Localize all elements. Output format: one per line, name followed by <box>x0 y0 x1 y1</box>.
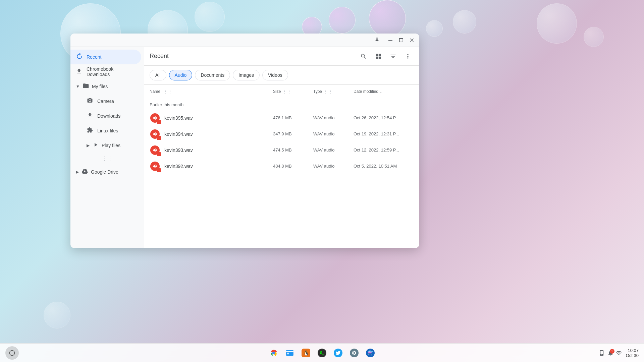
drag-handle[interactable]: ⋮⋮ <box>70 154 144 163</box>
play-files-icon <box>92 142 99 149</box>
grid-view-button[interactable] <box>372 50 384 62</box>
svg-rect-2 <box>287 352 289 354</box>
type-drag-icon: ⋮⋮ <box>323 89 333 94</box>
bubble-decor <box>426 20 443 37</box>
bubble-decor <box>195 2 225 32</box>
sidebar-google-drive-label: Google Drive <box>91 169 118 175</box>
taskbar-keep[interactable]: ⚗️ <box>364 346 377 360</box>
taskbar-date: Oct 30 <box>626 353 639 358</box>
wifi-icon <box>616 350 622 356</box>
filter-all[interactable]: All <box>150 70 166 80</box>
wav-icon <box>150 145 160 155</box>
more-options-button[interactable] <box>402 50 414 62</box>
sort-desc-icon: ↓ <box>380 89 382 94</box>
taskbar-left <box>5 346 19 360</box>
table-row[interactable]: kevin392.wav 484.8 MB WAV audio Oct 5, 2… <box>144 158 419 174</box>
file-type-3: WAV audio <box>313 164 354 169</box>
col-type: Type ⋮⋮ <box>313 89 354 94</box>
taskbar-files[interactable] <box>283 346 297 360</box>
bubble-decor <box>329 7 356 34</box>
downloads-icon <box>87 112 93 120</box>
audio-file-icon <box>150 161 160 172</box>
file-date-3: Oct 5, 2022, 10:51 AM <box>354 164 414 169</box>
taskbar: 🐧 $_ ⚗️ <box>0 343 644 362</box>
audio-file-icon <box>150 145 160 156</box>
main-content: Recent All Audio Documents Ima <box>144 47 419 248</box>
file-list-container: Name ⋮⋮ Size ⋮⋮ Type ⋮⋮ Date modified ↓ <box>144 85 419 248</box>
bubble-decor <box>44 302 70 328</box>
notification-icon[interactable]: 1 <box>606 349 614 357</box>
recent-icon <box>76 53 83 61</box>
filter-audio[interactable]: Audio <box>169 70 193 80</box>
google-drive-icon <box>82 168 88 176</box>
sidebar-item-downloads[interactable]: Downloads <box>70 109 141 123</box>
table-row[interactable]: kevin395.wav 476.1 MB WAV audio Oct 26, … <box>144 110 419 126</box>
filter-bar: All Audio Documents Images Videos <box>144 66 419 85</box>
file-name-1: kevin394.wav <box>164 131 273 137</box>
minimize-button[interactable] <box>386 36 395 45</box>
taskbar-chrome[interactable] <box>267 346 280 360</box>
filter-images[interactable]: Images <box>233 70 260 80</box>
window-controls <box>372 36 417 45</box>
system-icons: 1 <box>598 349 622 357</box>
file-name-3: kevin392.wav <box>164 164 273 169</box>
linux-files-icon <box>87 127 93 135</box>
bubble-decor <box>453 10 476 34</box>
sidebar-chromebook-label: Chromebook Downloads <box>87 66 136 77</box>
sidebar: Recent Chromebook Downloads ▼ My files <box>70 47 144 248</box>
file-name-2: kevin393.wav <box>164 147 273 153</box>
sidebar-item-linux-files[interactable]: Linux files <box>70 123 141 138</box>
sidebar-play-label: Play files <box>102 143 120 148</box>
col-size: Size ⋮⋮ <box>273 89 313 94</box>
sidebar-item-recent[interactable]: Recent <box>70 50 141 64</box>
taskbar-linux[interactable]: 🐧 <box>299 346 313 360</box>
my-files-expand-icon: ▼ <box>76 84 80 89</box>
filter-videos[interactable]: Videos <box>262 70 288 80</box>
taskbar-twitter[interactable] <box>331 346 345 360</box>
search-button[interactable] <box>358 50 370 62</box>
table-row[interactable]: kevin393.wav 474.5 MB WAV audio Oct 12, … <box>144 142 419 158</box>
taskbar-terminal[interactable]: $_ <box>315 346 329 360</box>
date-time: 10:07 Oct 30 <box>626 348 639 358</box>
file-size-1: 347.9 MB <box>273 131 313 136</box>
bubble-decor <box>369 0 406 37</box>
screenshot-icon[interactable] <box>598 350 605 356</box>
notification-badge: 1 <box>610 349 614 354</box>
pin-button[interactable] <box>372 36 382 45</box>
file-date-2: Oct 12, 2022, 12:59 P... <box>354 147 414 153</box>
sidebar-linux-label: Linux files <box>97 128 118 133</box>
sidebar-item-my-files[interactable]: ▼ My files <box>70 79 144 94</box>
google-drive-expand-icon: ▶ <box>76 170 79 174</box>
sidebar-item-play-files[interactable]: ▶ Play files <box>70 138 144 153</box>
sort-button[interactable] <box>387 50 399 62</box>
content-title: Recent <box>150 53 355 60</box>
file-manager-window: Recent Chromebook Downloads ▼ My files <box>70 34 419 248</box>
sidebar-item-chromebook-downloads[interactable]: Chromebook Downloads <box>70 64 141 79</box>
maximize-button[interactable] <box>396 36 406 45</box>
file-type-2: WAV audio <box>313 147 354 153</box>
sidebar-downloads-label: Downloads <box>97 113 120 119</box>
taskbar-settings[interactable] <box>347 346 361 360</box>
file-date-1: Oct 19, 2022, 12:31 P... <box>354 131 414 136</box>
audio-file-icon <box>150 129 160 139</box>
sidebar-my-files-label: My files <box>92 84 108 89</box>
file-date-0: Oct 26, 2022, 12:54 P... <box>354 115 414 120</box>
close-button[interactable] <box>407 36 417 45</box>
my-files-icon <box>83 82 89 91</box>
file-type-0: WAV audio <box>313 115 354 120</box>
filter-documents[interactable]: Documents <box>195 70 230 80</box>
sidebar-item-camera[interactable]: Camera <box>70 94 141 109</box>
table-row[interactable]: kevin394.wav 347.9 MB WAV audio Oct 19, … <box>144 126 419 142</box>
play-files-expand-icon: ▶ <box>87 143 90 148</box>
content-header: Recent <box>144 47 419 66</box>
window-body: Recent Chromebook Downloads ▼ My files <box>70 47 419 248</box>
launcher-button[interactable] <box>5 346 19 360</box>
bubble-decor <box>537 3 577 44</box>
camera-icon <box>87 98 93 105</box>
file-type-1: WAV audio <box>313 131 354 136</box>
taskbar-center: 🐧 $_ ⚗️ <box>267 346 377 360</box>
sidebar-item-google-drive[interactable]: ▶ Google Drive <box>70 165 144 179</box>
col-name: Name ⋮⋮ <box>150 89 273 94</box>
wav-icon <box>150 113 160 123</box>
taskbar-right: 1 10:07 Oct 30 <box>598 348 639 358</box>
